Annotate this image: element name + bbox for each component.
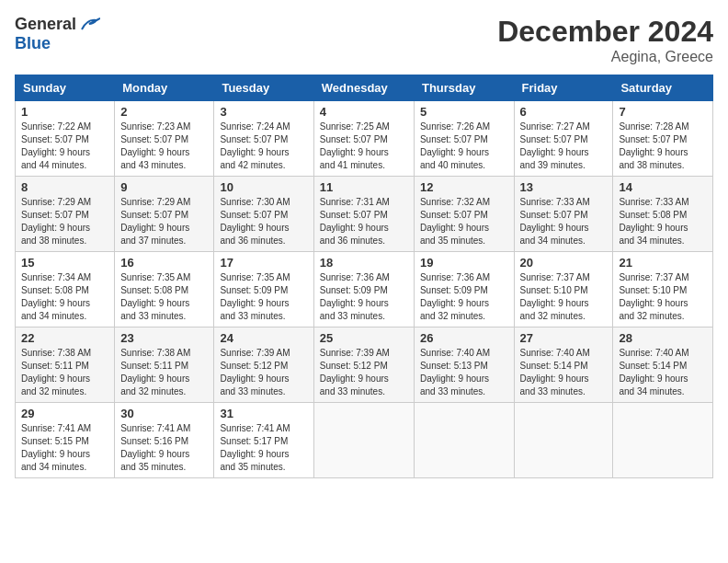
day-number: 23: [120, 331, 208, 345]
day-info: Sunrise: 7:22 AM Sunset: 5:07 PM Dayligh…: [21, 121, 108, 172]
day-number: 30: [120, 407, 208, 420]
day-number: 12: [420, 180, 508, 194]
table-row: 27Sunrise: 7:40 AM Sunset: 5:14 PM Dayli…: [514, 327, 613, 403]
table-row: 10Sunrise: 7:30 AM Sunset: 5:07 PM Dayli…: [214, 177, 313, 252]
table-row: 22Sunrise: 7:38 AM Sunset: 5:11 PM Dayli…: [16, 327, 115, 403]
day-info: Sunrise: 7:32 AM Sunset: 5:07 PM Dayligh…: [420, 196, 508, 247]
day-info: Sunrise: 7:41 AM Sunset: 5:17 PM Dayligh…: [220, 422, 307, 474]
day-number: 24: [220, 331, 307, 345]
header-monday: Monday: [115, 75, 214, 101]
day-number: 27: [520, 331, 608, 345]
table-row: 7Sunrise: 7:28 AM Sunset: 5:07 PM Daylig…: [613, 101, 713, 177]
day-info: Sunrise: 7:41 AM Sunset: 5:16 PM Dayligh…: [120, 422, 208, 474]
table-row: 24Sunrise: 7:39 AM Sunset: 5:12 PM Dayli…: [214, 327, 313, 403]
day-number: 3: [220, 105, 307, 119]
day-info: Sunrise: 7:41 AM Sunset: 5:15 PM Dayligh…: [21, 422, 108, 474]
day-info: Sunrise: 7:38 AM Sunset: 5:11 PM Dayligh…: [21, 347, 108, 398]
header-thursday: Thursday: [414, 75, 514, 101]
header-friday: Friday: [514, 75, 613, 101]
table-row: [613, 403, 713, 478]
table-row: 25Sunrise: 7:39 AM Sunset: 5:12 PM Dayli…: [313, 327, 414, 403]
table-row: 20Sunrise: 7:37 AM Sunset: 5:10 PM Dayli…: [514, 252, 613, 327]
table-row: 31Sunrise: 7:41 AM Sunset: 5:17 PM Dayli…: [214, 403, 313, 478]
day-number: 13: [520, 180, 608, 194]
day-number: 9: [120, 180, 208, 194]
day-number: 7: [619, 105, 707, 119]
day-info: Sunrise: 7:38 AM Sunset: 5:11 PM Dayligh…: [120, 347, 208, 398]
day-info: Sunrise: 7:33 AM Sunset: 5:08 PM Dayligh…: [619, 196, 707, 247]
table-row: 15Sunrise: 7:34 AM Sunset: 5:08 PM Dayli…: [16, 252, 115, 327]
table-row: 2Sunrise: 7:23 AM Sunset: 5:07 PM Daylig…: [115, 101, 214, 177]
day-info: Sunrise: 7:30 AM Sunset: 5:07 PM Dayligh…: [220, 196, 307, 247]
day-number: 8: [21, 180, 108, 194]
day-number: 22: [21, 331, 108, 345]
day-info: Sunrise: 7:40 AM Sunset: 5:14 PM Dayligh…: [619, 347, 707, 398]
header-tuesday: Tuesday: [214, 75, 313, 101]
table-row: [414, 403, 514, 478]
table-row: 14Sunrise: 7:33 AM Sunset: 5:08 PM Dayli…: [613, 177, 713, 252]
day-number: 1: [21, 105, 108, 119]
table-row: 1Sunrise: 7:22 AM Sunset: 5:07 PM Daylig…: [16, 101, 115, 177]
day-info: Sunrise: 7:31 AM Sunset: 5:07 PM Dayligh…: [320, 196, 408, 247]
table-row: 6Sunrise: 7:27 AM Sunset: 5:07 PM Daylig…: [514, 101, 613, 177]
day-info: Sunrise: 7:35 AM Sunset: 5:08 PM Dayligh…: [120, 271, 208, 323]
day-info: Sunrise: 7:27 AM Sunset: 5:07 PM Dayligh…: [520, 121, 608, 172]
day-number: 5: [420, 105, 508, 119]
table-row: 13Sunrise: 7:33 AM Sunset: 5:07 PM Dayli…: [514, 177, 613, 252]
calendar-week-row: 15Sunrise: 7:34 AM Sunset: 5:08 PM Dayli…: [16, 252, 713, 327]
day-number: 21: [619, 256, 707, 270]
table-row: 11Sunrise: 7:31 AM Sunset: 5:07 PM Dayli…: [313, 177, 414, 252]
day-info: Sunrise: 7:40 AM Sunset: 5:13 PM Dayligh…: [420, 347, 508, 398]
calendar-table: Sunday Monday Tuesday Wednesday Thursday…: [15, 75, 713, 478]
calendar-week-row: 22Sunrise: 7:38 AM Sunset: 5:11 PM Dayli…: [16, 327, 713, 403]
day-info: Sunrise: 7:37 AM Sunset: 5:10 PM Dayligh…: [520, 271, 608, 323]
day-number: 19: [420, 256, 508, 270]
day-number: 25: [320, 331, 408, 345]
day-info: Sunrise: 7:40 AM Sunset: 5:14 PM Dayligh…: [520, 347, 608, 398]
calendar-header-row: Sunday Monday Tuesday Wednesday Thursday…: [16, 75, 713, 101]
day-number: 6: [520, 105, 608, 119]
day-number: 28: [619, 331, 707, 345]
logo-bird-icon: [80, 17, 100, 33]
day-number: 15: [21, 256, 108, 270]
table-row: 23Sunrise: 7:38 AM Sunset: 5:11 PM Dayli…: [115, 327, 214, 403]
table-row: 28Sunrise: 7:40 AM Sunset: 5:14 PM Dayli…: [613, 327, 713, 403]
day-number: 31: [220, 407, 307, 420]
day-info: Sunrise: 7:26 AM Sunset: 5:07 PM Dayligh…: [420, 121, 508, 172]
table-row: [514, 403, 613, 478]
table-row: 9Sunrise: 7:29 AM Sunset: 5:07 PM Daylig…: [115, 177, 214, 252]
table-row: 26Sunrise: 7:40 AM Sunset: 5:13 PM Dayli…: [414, 327, 514, 403]
day-number: 14: [619, 180, 707, 194]
table-row: 18Sunrise: 7:36 AM Sunset: 5:09 PM Dayli…: [313, 252, 414, 327]
table-row: 19Sunrise: 7:36 AM Sunset: 5:09 PM Dayli…: [414, 252, 514, 327]
table-row: 8Sunrise: 7:29 AM Sunset: 5:07 PM Daylig…: [16, 177, 115, 252]
day-number: 16: [120, 256, 208, 270]
day-number: 20: [520, 256, 608, 270]
day-number: 26: [420, 331, 508, 345]
calendar-week-row: 1Sunrise: 7:22 AM Sunset: 5:07 PM Daylig…: [16, 101, 713, 177]
table-row: 17Sunrise: 7:35 AM Sunset: 5:09 PM Dayli…: [214, 252, 313, 327]
day-number: 18: [320, 256, 408, 270]
day-info: Sunrise: 7:29 AM Sunset: 5:07 PM Dayligh…: [21, 196, 108, 247]
logo: General Blue: [15, 15, 100, 53]
day-number: 10: [220, 180, 307, 194]
table-row: 3Sunrise: 7:24 AM Sunset: 5:07 PM Daylig…: [214, 101, 313, 177]
day-info: Sunrise: 7:39 AM Sunset: 5:12 PM Dayligh…: [320, 347, 408, 398]
month-title: December 2024: [497, 15, 713, 49]
day-info: Sunrise: 7:28 AM Sunset: 5:07 PM Dayligh…: [619, 121, 707, 172]
title-area: December 2024 Aegina, Greece: [497, 15, 713, 65]
table-row: 30Sunrise: 7:41 AM Sunset: 5:16 PM Dayli…: [115, 403, 214, 478]
header: General Blue December 2024 Aegina, Greec…: [15, 15, 713, 65]
calendar-week-row: 29Sunrise: 7:41 AM Sunset: 5:15 PM Dayli…: [16, 403, 713, 478]
day-info: Sunrise: 7:23 AM Sunset: 5:07 PM Dayligh…: [120, 121, 208, 172]
table-row: 12Sunrise: 7:32 AM Sunset: 5:07 PM Dayli…: [414, 177, 514, 252]
table-row: 16Sunrise: 7:35 AM Sunset: 5:08 PM Dayli…: [115, 252, 214, 327]
logo-blue-text: Blue: [15, 34, 51, 52]
day-info: Sunrise: 7:29 AM Sunset: 5:07 PM Dayligh…: [120, 196, 208, 247]
day-info: Sunrise: 7:39 AM Sunset: 5:12 PM Dayligh…: [220, 347, 307, 398]
table-row: 29Sunrise: 7:41 AM Sunset: 5:15 PM Dayli…: [16, 403, 115, 478]
day-number: 29: [21, 407, 108, 420]
day-info: Sunrise: 7:37 AM Sunset: 5:10 PM Dayligh…: [619, 271, 707, 323]
day-info: Sunrise: 7:25 AM Sunset: 5:07 PM Dayligh…: [320, 121, 408, 172]
day-number: 4: [320, 105, 408, 119]
